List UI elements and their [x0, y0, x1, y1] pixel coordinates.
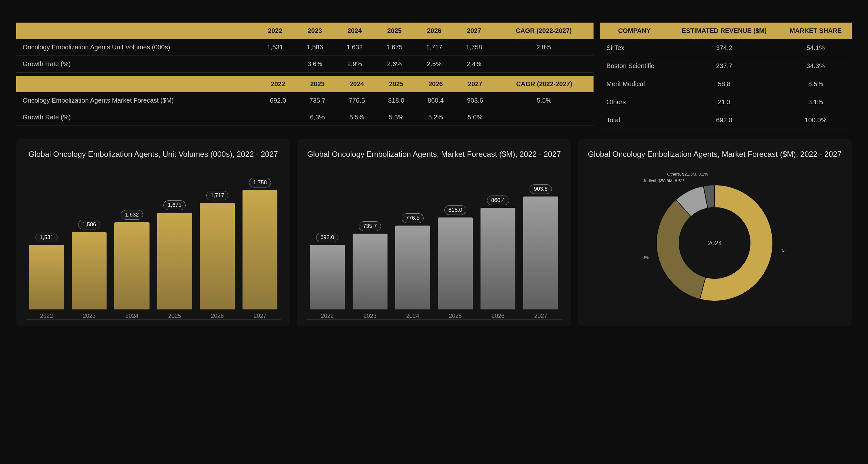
table-cell: 100.0%	[779, 111, 852, 129]
bar-year-label: 2026	[211, 313, 224, 320]
table-cell: 5.5%	[495, 92, 593, 109]
bar-value-label: 1,717	[206, 191, 228, 200]
bar-chart-2-card: Global Oncology Embolization Agents, Mar…	[297, 139, 571, 326]
bar-value-label: 1,632	[121, 210, 143, 220]
donut-label: Others, $21.3M, 3.1%	[667, 172, 708, 176]
bar-year-label: 2026	[492, 313, 504, 320]
bar-rect	[157, 213, 192, 309]
table-cell: 1,758	[454, 39, 494, 56]
fc-col-name	[16, 76, 258, 92]
bar-value-label: 903.6	[530, 184, 552, 194]
table-cell: 1,586	[295, 39, 335, 56]
bar-rect	[310, 245, 345, 309]
bar-value-label: 735.7	[359, 221, 381, 231]
table-cell: 5.3%	[376, 109, 416, 126]
bar-rect	[480, 208, 516, 309]
fc-col-2026: 2026	[416, 76, 455, 92]
bar-year-label: 2024	[126, 313, 138, 320]
bar-group: 860.4 2026	[480, 196, 516, 320]
bar-year-label: 2022	[40, 313, 53, 320]
fc-col-cagr: CAGR (2022-2027)	[495, 76, 593, 92]
vol-col-2027: 2027	[454, 23, 494, 39]
bar-year-label: 2023	[364, 313, 376, 320]
fc-col-2022: 2022	[258, 76, 298, 92]
table-cell: 2.5%	[414, 56, 454, 73]
table-cell	[495, 109, 593, 126]
bar-rect	[438, 218, 473, 309]
table-cell: 2.8%	[494, 39, 593, 56]
bar-value-label: 692.0	[316, 233, 338, 242]
bar-value-label: 776.5	[402, 213, 424, 223]
table-cell: 2.4%	[454, 56, 494, 73]
table-cell: 8.5%	[779, 75, 852, 93]
table-cell: 1,675	[375, 39, 414, 56]
donut-label: SirTex, $374.2M, 54.1%	[782, 248, 786, 253]
bar-group: 1,717 2026	[200, 191, 235, 320]
bar-year-label: 2027	[253, 313, 267, 320]
table-cell: Growth Rate (%)	[16, 109, 258, 126]
table-cell: 735.7	[298, 92, 337, 109]
donut-center-label: 2024	[708, 239, 722, 246]
table-cell: 2.6%	[375, 56, 414, 73]
table-cell	[255, 56, 295, 73]
table-cell: Total	[600, 111, 669, 129]
table-cell: Growth Rate (%)	[16, 56, 255, 73]
bar-chart-1: 1,531 2022 1,586 2023 1,632 2024 1,675 2…	[26, 166, 281, 320]
donut-label: Boston Scientific, $237.7M, 34.3%	[644, 255, 649, 260]
bar-year-label: 2022	[321, 313, 334, 320]
vol-col-name	[16, 23, 255, 39]
donut-label: Merit Medical, $58.8M, 8.5%	[644, 178, 685, 183]
table-cell: Others	[600, 93, 669, 111]
vol-col-2024: 2024	[335, 23, 375, 39]
table-cell: 1,717	[414, 39, 454, 56]
table-cell: 3,6%	[295, 56, 335, 73]
bar-rect	[523, 197, 558, 309]
fc-col-2027: 2027	[455, 76, 495, 92]
table-cell	[258, 109, 298, 126]
table-cell: 21.3	[669, 93, 779, 111]
bar-year-label: 2027	[534, 313, 547, 320]
donut-chart-card: Global Oncology Embolization Agents, Mar…	[578, 139, 852, 326]
bar-group: 1,758 2027	[243, 178, 277, 320]
bar-rect	[72, 232, 106, 309]
left-tables-container: 2022 2023 2024 2025 2026 2027 CAGR (2022…	[16, 23, 593, 129]
bar-value-label: 1,531	[35, 233, 58, 242]
table-cell: 5.0%	[455, 109, 495, 126]
bar-rect	[395, 226, 430, 309]
bar-rect	[29, 245, 64, 309]
table-cell: Merit Medical	[600, 75, 669, 93]
table-cell: 1,632	[335, 39, 375, 56]
bar-value-label: 1,675	[163, 200, 186, 210]
table-cell: 6,3%	[298, 109, 337, 126]
ms-col-company: COMPANY	[600, 23, 669, 39]
bar-group: 1,632 2024	[114, 210, 149, 320]
bar-value-label: 818.0	[444, 205, 467, 215]
bar-group: 692.0 2022	[310, 233, 345, 320]
vol-col-2022: 2022	[255, 23, 295, 39]
bar-value-label: 1,586	[78, 220, 100, 229]
fc-col-2023: 2023	[298, 76, 337, 92]
bar-group: 903.6 2027	[523, 184, 558, 320]
bar-group: 818.0 2025	[438, 205, 473, 320]
bar-group: 1,675 2025	[157, 200, 192, 320]
table-cell: 237.7	[669, 57, 779, 75]
table-cell: 776.5	[337, 92, 376, 109]
bar-chart-1-title: Global Oncology Embolization Agents, Uni…	[28, 149, 278, 160]
vol-col-2026: 2026	[414, 23, 454, 39]
bar-value-label: 1,758	[249, 178, 271, 188]
bar-year-label: 2023	[83, 313, 96, 320]
bar-rect	[352, 234, 388, 309]
table-cell: 1,531	[255, 39, 295, 56]
bar-rect	[114, 222, 149, 309]
table-cell: 58.8	[669, 75, 779, 93]
ms-col-share: MARKET SHARE	[779, 23, 852, 39]
bar-group: 776.5 2024	[395, 213, 430, 320]
vol-col-2023: 2023	[295, 23, 335, 39]
bar-group: 1,586 2023	[72, 220, 106, 320]
table-cell: Oncology Embolization Agents Unit Volume…	[16, 39, 255, 56]
donut-wrap: SirTex, $374.2M, 54.1%Boston Scientific,…	[587, 166, 842, 320]
table-cell: SirTex	[600, 39, 669, 57]
fc-col-2024: 2024	[337, 76, 376, 92]
bar-group: 1,531 2022	[29, 233, 64, 320]
fc-col-2025: 2025	[376, 76, 416, 92]
